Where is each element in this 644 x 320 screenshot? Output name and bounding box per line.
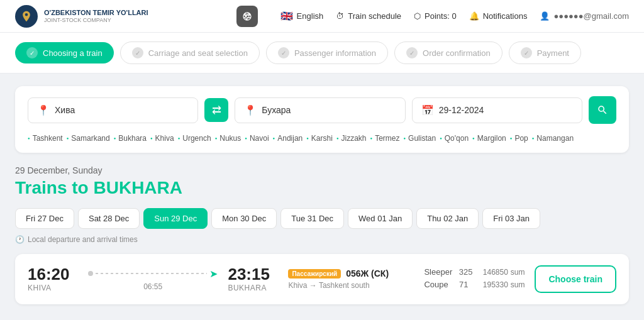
step-label: Choosing a train (43, 48, 103, 58)
city-nukus[interactable]: Nukus (215, 134, 242, 143)
badge-row: Пассажирский 056Ж (СК) (288, 268, 414, 279)
search-box: 📍 Хива ⇄ 📍 Бухара 📅 29-12-2024 Tashkent … (15, 86, 629, 153)
city-pop[interactable]: Pop (510, 134, 528, 143)
to-field[interactable]: 📍 Бухара (235, 97, 405, 123)
date-field[interactable]: 📅 29-12-2024 (412, 97, 582, 123)
date-tab-fri03[interactable]: Fri 03 Jan (482, 208, 540, 229)
step-check-icon: ✓ (406, 47, 418, 58)
date-tab-sat28[interactable]: Sat 28 Dec (78, 208, 140, 229)
language-label: English (297, 11, 324, 21)
city-qoqon[interactable]: Qo'qon (440, 134, 469, 143)
date-tab-fri27[interactable]: Fri 27 Dec (15, 208, 74, 229)
date-tab-thu02[interactable]: Thu 02 Jan (416, 208, 479, 229)
results-date: 29 December, Sunday (15, 165, 629, 175)
train-type-badge: Пассажирский (288, 269, 341, 279)
swap-button[interactable]: ⇄ (204, 98, 228, 122)
step-label: Order confirmation (423, 48, 491, 58)
duration-line: ➤ (88, 268, 218, 280)
bell-icon: 🔔 (469, 11, 479, 21)
step-choosing-train[interactable]: ✓ Choosing a train (15, 42, 114, 63)
city-termez[interactable]: Termez (370, 134, 400, 143)
from-field[interactable]: 📍 Хива (28, 97, 198, 123)
logo-sub: JOINT-STOCK COMPANY (44, 17, 148, 23)
results-title: Trains to BUKHARA (15, 178, 629, 198)
route-line (96, 273, 207, 274)
date-tab-sun29[interactable]: Sun 29 Dec (143, 208, 208, 229)
main-content: 📍 Хива ⇄ 📍 Бухара 📅 29-12-2024 Tashkent … (0, 74, 644, 317)
seat-row-sleeper: Sleeper 325 146850 sum (424, 267, 525, 277)
city-gulistan[interactable]: Gulistan (403, 134, 436, 143)
schedule-icon: ⏱ (336, 11, 344, 21)
globe-button[interactable] (236, 6, 258, 27)
arrival-time: 23:15 (228, 266, 278, 282)
dep-dot (88, 271, 93, 276)
city-jizzakh[interactable]: Jizzakh (336, 134, 367, 143)
city-urgench[interactable]: Urgench (178, 134, 211, 143)
user-email: ●●●●●●@gmail.com (553, 11, 629, 21)
city-samarkand[interactable]: Samarkand (67, 134, 110, 143)
choose-train-button[interactable]: Choose train (535, 265, 616, 293)
title-prefix: Trains to (15, 178, 93, 197)
arrival-station: BUKHARA (228, 284, 278, 292)
seat-type-coupe: Coupe (424, 280, 448, 289)
local-times-note: 🕐 Local departure and arrival times (15, 235, 629, 244)
calendar-icon: 📅 (421, 104, 434, 116)
train-schedule-link[interactable]: ⏱ Train schedule (336, 11, 401, 21)
seat-count-sleeper: 325 (459, 267, 473, 277)
header-nav: 🇬🇧 English ⏱ Train schedule ⬡ Points: 0 … (280, 10, 629, 22)
seat-row-coupe: Coupe 71 195330 sum (424, 279, 525, 289)
logo-name: O'ZBEKISTON TEMIR YO'LLARI (44, 9, 148, 17)
logo-text-block: O'ZBEKISTON TEMIR YO'LLARI JOINT-STOCK C… (44, 9, 148, 23)
user-account[interactable]: 👤 ●●●●●●@gmail.com (540, 11, 629, 21)
departure-block: 16:20 KHIVA (28, 266, 78, 292)
step-label: Payment (537, 48, 569, 58)
pin-icon-2: 📍 (244, 104, 257, 116)
departure-station: KHIVA (28, 284, 78, 292)
header-center (236, 6, 268, 27)
step-payment[interactable]: ✓ Payment (509, 41, 581, 64)
date-tab-wed01[interactable]: Wed 01 Jan (348, 208, 413, 229)
destination: BUKHARA (93, 178, 182, 197)
from-value: Хива (55, 105, 75, 115)
clock-icon: 🕐 (15, 235, 25, 244)
seat-count-coupe: 71 (459, 280, 468, 289)
seat-price-sleeper: 146850 sum (483, 267, 525, 277)
duration-block: ➤ 06:55 (88, 268, 218, 291)
date-tab-mon30[interactable]: Mon 30 Dec (211, 208, 277, 229)
date-value: 29-12-2024 (439, 105, 484, 115)
city-tashkent[interactable]: Tashkent (28, 134, 63, 143)
step-carriage-seat[interactable]: ✓ Carriage and seat selection (120, 41, 260, 64)
flag-icon: 🇬🇧 (280, 10, 293, 22)
logo-area: O'ZBEKISTON TEMIR YO'LLARI JOINT-STOCK C… (15, 5, 148, 28)
arrow-icon: ➤ (209, 268, 218, 280)
step-check-icon: ✓ (132, 47, 143, 58)
seat-info: Sleeper 325 146850 sum Coupe 71 195330 s… (424, 267, 525, 292)
city-karshi[interactable]: Karshi (306, 134, 333, 143)
train-card: 16:20 KHIVA ➤ 06:55 23:15 BUKHARA Пассаж… (15, 254, 629, 304)
city-khiva[interactable]: Khiva (150, 134, 174, 143)
city-andijan[interactable]: Andijan (273, 134, 303, 143)
language-switcher[interactable]: 🇬🇧 English (280, 10, 324, 22)
date-tab-tue31[interactable]: Tue 31 Dec (280, 208, 344, 229)
city-margilon[interactable]: Margilon (472, 134, 506, 143)
to-value: Бухара (262, 105, 291, 115)
header: O'ZBEKISTON TEMIR YO'LLARI JOINT-STOCK C… (0, 0, 644, 33)
steps-bar: ✓ Choosing a train ✓ Carriage and seat s… (0, 33, 644, 74)
city-navoi[interactable]: Navoi (245, 134, 269, 143)
train-info: Пассажирский 056Ж (СК) Khiva → Tashkent … (288, 268, 414, 290)
points-display[interactable]: ⬡ Points: 0 (414, 11, 457, 21)
notifications-link[interactable]: 🔔 Notifications (469, 11, 528, 21)
duration-time: 06:55 (143, 282, 162, 291)
city-bukhara[interactable]: Bukhara (114, 134, 147, 143)
city-namangan[interactable]: Namangan (532, 134, 574, 143)
step-order-confirm[interactable]: ✓ Order confirmation (394, 41, 502, 64)
cities-row: Tashkent Samarkand Bukhara Khiva Urgench… (28, 131, 616, 143)
date-tabs: Fri 27 Dec Sat 28 Dec Sun 29 Dec Mon 30 … (15, 208, 629, 229)
step-check-icon: ✓ (521, 47, 532, 58)
arrival-block: 23:15 BUKHARA (228, 266, 278, 292)
points-icon: ⬡ (414, 11, 421, 21)
step-passenger-info[interactable]: ✓ Passenger information (266, 41, 388, 64)
train-route: Khiva → Tashkent south (288, 281, 414, 290)
step-check-icon: ✓ (278, 47, 289, 58)
search-button[interactable] (589, 96, 616, 124)
